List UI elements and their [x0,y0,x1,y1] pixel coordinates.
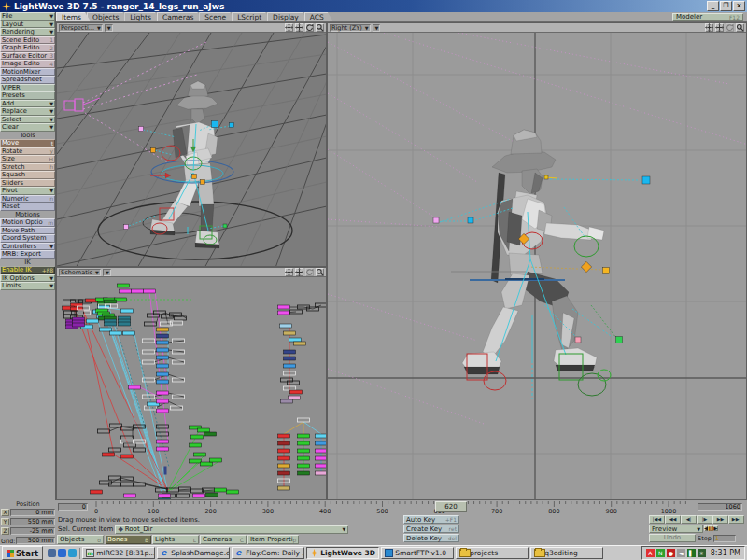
close-button[interactable]: × [733,1,745,11]
sidebar-item-select[interactable]: Select▼ [0,116,55,124]
sidebar-item-numeric[interactable]: Numericn [0,195,55,203]
tab-scene[interactable]: Scene [199,12,235,21]
task-lightwave-3d[interactable]: LightWave 3D ... [306,547,379,559]
objects-button[interactable]: Objectso [57,535,104,544]
view-type-dropdown[interactable]: Right (ZY)▼ [330,24,371,32]
scheduler-icon[interactable]: ✳ [698,549,706,557]
next-key-button[interactable]: ▶▶ [712,515,728,524]
sidebar-item-pivot[interactable]: Pivot▼ [0,187,55,195]
sidebar-item-spreadsheet[interactable]: Spreadsheet [0,76,55,84]
norton-icon[interactable]: ● [667,549,675,557]
sidebar-item-reset[interactable]: Reset [0,203,55,211]
render-mode-dropdown[interactable]: ▼ [373,24,381,32]
bones-button[interactable]: BonesB [105,535,151,544]
pan-icon[interactable] [705,23,713,32]
rotate-icon[interactable] [726,23,734,32]
sidebar-item-layout[interactable]: Layout▼ [0,21,55,29]
sidebar-item-viper[interactable]: VIPER [0,84,55,92]
tab-lights[interactable]: Lights [124,12,161,21]
volume-icon[interactable]: ◄ [677,549,685,557]
frame-ruler[interactable]: 0 01002003004005006007008009001000 620 1… [56,500,747,515]
pan-icon[interactable] [285,268,293,276]
sidebar-item-squash[interactable]: Squash [0,171,55,179]
tab-display[interactable]: Display [267,12,308,21]
sidebar-item-stretch[interactable]: Stretchh [0,163,55,172]
sidebar-item-clear[interactable]: Clear▼ [0,123,55,132]
prev-frame-button[interactable]: ◀| [681,515,697,524]
current-item-dropdown[interactable]: ◆ Root_Dir ▼ [115,525,348,534]
start-button[interactable]: Start [2,546,43,560]
lights-button[interactable]: LightsL [152,535,199,544]
sidebar-item-surface-editor[interactable]: Surface Editor3 [0,52,55,61]
viewport-schematic-canvas[interactable] [57,277,326,499]
task-projects[interactable]: projects [456,547,529,559]
task-mirc32-8-31p[interactable]: mmIRC32 [8:31p... [82,547,155,559]
sidebar-item-graph-edito[interactable]: Graph Edito2 [0,44,55,52]
viewport-perspective-canvas[interactable] [57,33,326,266]
view-type-dropdown[interactable]: Schematic▼ [59,269,101,276]
sidebar-item-file[interactable]: File▼ [0,12,55,21]
sidebar-item-mrb-export[interactable]: MRB: Export [0,250,55,259]
move-icon[interactable] [295,23,303,32]
sidebar-item-motion-optio[interactable]: Motion Optiom [0,218,55,227]
position-z-value[interactable]: -25 mm [10,527,55,535]
next-frame-button[interactable]: |▶ [697,515,712,524]
last-frame-button[interactable]: ▶▶| [728,515,744,524]
rotate-icon[interactable] [305,268,314,276]
position-y-value[interactable]: 550 mm [10,518,55,525]
tab-objects[interactable]: Objects [87,12,128,21]
minimize-button[interactable]: _ [707,1,719,11]
viewport-right-canvas[interactable] [328,33,746,499]
frame-slider-handle[interactable]: 620 [435,501,467,512]
sidebar-item-image-edito[interactable]: Image Edito4 [0,60,55,68]
sidebar-item-move-path[interactable]: Move Path [0,227,55,235]
move-icon[interactable] [715,23,724,32]
render-mode-dropdown[interactable]: ▼ [105,24,113,32]
sidebar-item-rotate[interactable]: Rotatey [0,147,55,156]
view-type-dropdown[interactable]: Perspecti...▼ [59,24,103,32]
sidebar-item-scene-edito[interactable]: Scene Edito1 [0,36,55,45]
sidebar-item-controllers[interactable]: Controllers▼ [0,243,55,251]
sidebar-item-ik-options[interactable]: IK Options▼ [0,274,55,283]
first-frame-button[interactable]: |◀◀ [649,515,665,524]
restore-button[interactable]: ❐ [720,1,732,11]
msn-icon[interactable] [68,549,77,557]
sidebar-item-replace[interactable]: Replace▼ [0,107,55,116]
tab-lscript[interactable]: LScript [232,12,271,21]
task-q3editing[interactable]: q3editing [530,547,603,559]
sidebar-item-coord-system[interactable]: Coord System [0,234,55,243]
undo-button[interactable]: Undo [649,534,696,542]
rotate-icon[interactable] [305,23,314,32]
sidebar-item-add[interactable]: Add▼ [0,100,55,108]
position-x-value[interactable]: 0 mm [10,509,55,516]
ie-icon[interactable] [58,549,66,557]
sidebar-item-move[interactable]: Movet [0,139,55,147]
aim-icon[interactable]: A [646,549,655,557]
play-forward-button[interactable]: ▶ [713,525,717,531]
item-properti-button[interactable]: Item Propertip [247,535,299,544]
auto-key-button[interactable]: Auto Key+F1 [403,515,459,524]
render-mode-dropdown[interactable]: ▼ [103,269,111,276]
task-smartftp-v1-0[interactable]: SmartFTP v1.0 [381,547,454,559]
delete-key-button[interactable]: Delete Keydel [403,534,459,542]
modeler-button[interactable]: Modeler F12 [672,13,743,21]
prev-key-button[interactable]: ◀◀ [665,515,681,524]
tab-items[interactable]: Items [56,12,91,21]
zoom-icon[interactable] [736,23,744,32]
sidebar-item-presets[interactable]: Presets [0,91,55,100]
task-flay-com-daily[interactable]: eFlay.Com: Daily ... [232,547,304,559]
zoom-icon[interactable] [316,268,324,276]
pan-icon[interactable] [285,23,293,32]
sidebar-item-rendering[interactable]: Rendering▼ [0,28,55,36]
sidebar-item-motionmixer[interactable]: MotionMixer [0,68,55,77]
tab-cameras[interactable]: Cameras [157,12,203,21]
task-splashdamage-c[interactable]: eSplashDamage.c... [157,547,230,559]
step-field[interactable]: 1 [713,535,736,542]
getright-icon[interactable]: N [656,549,665,557]
sidebar-item-sliders[interactable]: Sliders [0,179,55,188]
display-icon[interactable]: ▌ [687,549,696,557]
move-icon[interactable] [295,268,303,276]
preview-dropdown[interactable]: Preview ▼ [649,525,703,533]
tab-acs[interactable]: ACS [304,12,333,21]
cameras-button[interactable]: CamerasC [200,535,247,544]
